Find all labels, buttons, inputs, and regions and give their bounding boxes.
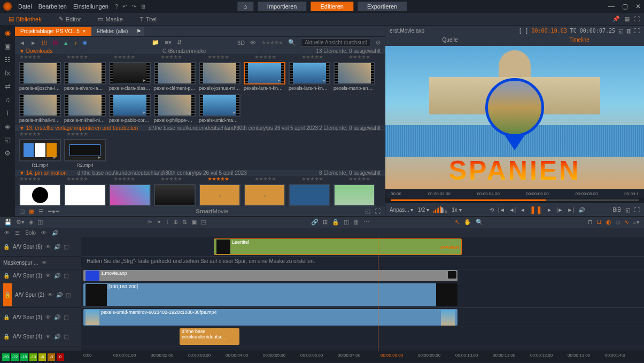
lib-tab-flag[interactable]: ⚑ bbox=[133, 27, 144, 36]
filter-audio-icon[interactable]: ♪ bbox=[74, 40, 77, 46]
layout-icon[interactable]: ▦ bbox=[624, 16, 630, 22]
preview-scrubber[interactable] bbox=[385, 198, 644, 203]
tc-in[interactable]: 00:00:10.03 bbox=[531, 28, 567, 34]
thumb-item[interactable]: ▸R1.mp4 bbox=[19, 139, 61, 168]
mode-editor[interactable]: ✎ Editor bbox=[50, 13, 90, 25]
section-pin[interactable]: ▼ 14. pin animation d:\the base neu\kund… bbox=[15, 170, 385, 176]
clip-pexels[interactable]: pexels-umid-mamirov-6023402-1920x1080-30… bbox=[83, 309, 457, 326]
speed-icon[interactable]: ⊕ bbox=[173, 219, 178, 226]
preview-full-icon[interactable]: ⛶ bbox=[634, 28, 640, 34]
speed-dropdown[interactable]: 1x ▾ bbox=[452, 207, 461, 213]
thumb-item[interactable]: ♪ bbox=[244, 184, 285, 206]
search-icon[interactable]: 🔍 bbox=[288, 39, 296, 46]
thumb-item[interactable]: ▸pexels-aljoscha-lasc... bbox=[19, 62, 61, 91]
lib-tab-effects[interactable]: Effekte: (alle) bbox=[91, 27, 134, 36]
pip-icon[interactable]: ◱ bbox=[625, 207, 630, 213]
track-head-3[interactable]: 🔒A/V Spur (3)👁🔊◫ bbox=[0, 308, 81, 327]
track-head-mask[interactable]: Maskenspur ...👁 bbox=[0, 257, 81, 269]
mode-icon[interactable]: ≡▾ bbox=[633, 219, 640, 226]
folder-nav-icon[interactable]: 📁 bbox=[152, 39, 159, 46]
audio-scrub-icon[interactable]: ∿ bbox=[624, 219, 629, 226]
thumb-item[interactable]: ▸pexels-alvaro-lama-... bbox=[64, 62, 106, 91]
ripple-icon[interactable]: ◐ bbox=[606, 219, 611, 226]
filter-all-icon[interactable]: ◳ bbox=[42, 39, 47, 46]
time-ruler[interactable]: 0:00 00:00:01.00 00:00:02.00 00:00:03.00… bbox=[81, 351, 644, 362]
thumb-item[interactable] bbox=[289, 184, 330, 206]
close-icon[interactable]: ✕ bbox=[635, 3, 641, 10]
tool-b-icon[interactable]: ◳ bbox=[201, 219, 206, 226]
preview-layout-icon[interactable]: ◱ bbox=[618, 28, 623, 34]
thumb-item[interactable]: ▸pexels-philippe-weic... bbox=[154, 94, 196, 123]
preview-ruler[interactable]: 00:0000:00:02.0000:00:04.0000:00:06.0000… bbox=[385, 189, 644, 198]
back-icon[interactable]: ◄ bbox=[19, 40, 25, 46]
section-downloads[interactable]: ▼ Downloads C:\Benutzer\micke 13 Element… bbox=[15, 48, 385, 54]
razor-icon[interactable]: ✂ bbox=[148, 219, 152, 226]
menu-file[interactable]: Datei bbox=[18, 3, 32, 10]
disk-icon[interactable]: 💾 bbox=[4, 219, 12, 226]
snap-icon[interactable]: ⊓ bbox=[588, 219, 593, 226]
clip-100[interactable]: [100,160,200] bbox=[83, 283, 457, 306]
view-grid-icon[interactable]: ▦ bbox=[29, 208, 34, 215]
thumb-item[interactable]: ▸pexels-mikhail-nilov... bbox=[19, 94, 61, 123]
home-button[interactable]: ⌂ bbox=[237, 2, 253, 11]
zoom-slider-icon[interactable]: ━●━ bbox=[48, 208, 59, 215]
link-icon[interactable]: 🔗 bbox=[311, 219, 319, 226]
solo-audio-icon[interactable]: 🔊 bbox=[52, 230, 58, 236]
panel-icon[interactable]: ◱ bbox=[365, 208, 370, 215]
step-back-icon[interactable]: ◄ bbox=[520, 207, 525, 213]
prev-frame-icon[interactable]: ◄| bbox=[509, 207, 516, 213]
thumb-item[interactable]: ▸pexels-clément-prou... bbox=[154, 62, 196, 91]
minimize-icon[interactable]: — bbox=[608, 3, 615, 10]
thumb-item[interactable]: ▸R2.mp4 bbox=[64, 139, 106, 168]
view-a-icon[interactable]: ◫ bbox=[344, 219, 349, 226]
thumb-item[interactable] bbox=[64, 184, 106, 206]
hand-icon[interactable]: ✋ bbox=[464, 219, 471, 226]
step-fwd-icon[interactable]: ► bbox=[547, 207, 552, 213]
magic-icon[interactable]: ✦ bbox=[157, 219, 161, 226]
view-detail-icon[interactable]: ☰ bbox=[38, 208, 44, 215]
filter-image-icon[interactable]: ▲ bbox=[63, 40, 69, 46]
maximize-icon[interactable]: ▢ bbox=[622, 3, 628, 10]
clear-search-icon[interactable]: ⊘ bbox=[376, 39, 381, 46]
playhead[interactable] bbox=[378, 237, 378, 351]
snapshot-icon[interactable]: ◫ bbox=[37, 219, 43, 226]
bin-icon[interactable]: ◉ bbox=[5, 29, 11, 37]
import-tab[interactable]: Importieren bbox=[258, 2, 307, 11]
lock-icon[interactable]: 🔒 bbox=[332, 219, 339, 226]
sort-icon[interactable]: ≡▾ bbox=[165, 39, 171, 46]
thumb-item[interactable]: ▸pexels-umid-mamir... bbox=[199, 94, 240, 123]
preview-viewport[interactable]: SPANIEN bbox=[385, 46, 644, 189]
gear-icon[interactable]: ⚙▾ bbox=[16, 219, 25, 226]
tc-out[interactable]: 00:00:07.25 bbox=[580, 28, 615, 34]
thumb-item[interactable] bbox=[19, 184, 61, 206]
text-tool-icon[interactable]: T bbox=[166, 219, 169, 226]
thumb-item[interactable]: ▸pexels-lars-h-knuds... bbox=[289, 62, 330, 91]
mode-mask[interactable]: ▭ Maske bbox=[89, 13, 131, 25]
redo-icon[interactable]: ↷ bbox=[131, 3, 136, 10]
thumb-item[interactable]: ▸pexels-joshua-mirins... bbox=[199, 62, 240, 91]
solo-eye-icon[interactable]: 👁 bbox=[41, 230, 46, 236]
search-input[interactable] bbox=[301, 38, 370, 47]
pause-icon[interactable]: ❚❚ bbox=[530, 205, 542, 214]
tools-icon[interactable]: ⚙ bbox=[4, 149, 11, 157]
filter-project-icon[interactable]: ◉ bbox=[82, 39, 88, 46]
filter-icon[interactable]: ⇵ bbox=[177, 39, 182, 46]
rating-filter[interactable]: ★★★★★ bbox=[261, 40, 283, 45]
collection-icon[interactable]: ☷ bbox=[4, 56, 11, 64]
track-vis-icon[interactable]: 👁 bbox=[4, 230, 10, 236]
folder-icon[interactable]: ▣ bbox=[4, 42, 11, 50]
filter-video-icon[interactable]: ▤ bbox=[52, 39, 58, 46]
smartmovie-label[interactable]: SmartSmartMovieMovie bbox=[196, 208, 229, 214]
thumb-item[interactable]: ▸pexels-mikhail-nilov... bbox=[64, 94, 106, 123]
thumb-item[interactable] bbox=[154, 184, 196, 206]
maximize-panel-icon[interactable]: ⛶ bbox=[375, 208, 381, 215]
expand-icon[interactable]: ⛶ bbox=[634, 16, 640, 22]
fx-icon[interactable]: fx bbox=[5, 69, 10, 77]
loop-icon[interactable]: ⟲ bbox=[490, 207, 494, 213]
menu-edit[interactable]: Bearbeiten bbox=[38, 3, 67, 10]
more-icon[interactable]: ⋯ bbox=[363, 219, 369, 226]
undo-icon[interactable]: ↶ bbox=[122, 3, 127, 10]
zoom-tool-icon[interactable]: 🔍 bbox=[476, 219, 483, 226]
mode-title[interactable]: T Titel bbox=[131, 13, 165, 25]
thumb-item[interactable]: ▸pexels-lars-h-knuds... bbox=[244, 62, 285, 91]
